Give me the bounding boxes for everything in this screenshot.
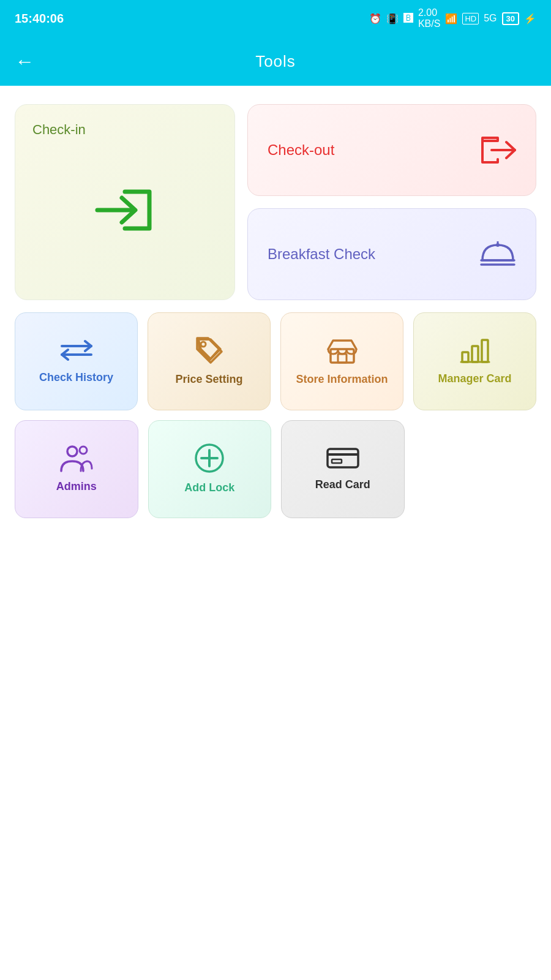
vibrate-icon: 📳: [386, 13, 399, 24]
time-display: 15:40:06: [15, 12, 64, 26]
admins-card[interactable]: Admins: [15, 420, 138, 518]
check-history-label: Check History: [39, 371, 113, 385]
signal-icon: 5G: [484, 13, 497, 24]
status-bar: 15:40:06 ⏰ 📳 🅱 2.00KB/S 📶 HD 5G 30 ⚡: [0, 0, 551, 37]
svg-rect-11: [462, 352, 468, 362]
svg-rect-10: [338, 354, 347, 363]
page-title: Tools: [255, 52, 296, 71]
back-button[interactable]: ←: [15, 50, 34, 73]
grid-row-2: Admins Add Lock Read Card: [15, 420, 536, 518]
checkout-icon: [479, 135, 516, 165]
add-lock-card[interactable]: Add Lock: [148, 420, 272, 518]
read-card-label: Read Card: [315, 478, 370, 492]
breakfast-check-card[interactable]: Breakfast Check: [247, 208, 536, 300]
read-card-card[interactable]: Read Card: [281, 420, 405, 518]
svg-rect-22: [332, 459, 342, 463]
checkout-card[interactable]: Check-out: [247, 104, 536, 196]
checkout-label: Check-out: [268, 141, 334, 159]
checkin-label: Check-in: [32, 122, 217, 138]
right-column: Check-out Breakfast Check: [247, 104, 536, 300]
manager-card-icon: [460, 336, 490, 364]
svg-rect-9: [331, 349, 354, 363]
svg-point-8: [201, 342, 206, 347]
manager-card-label: Manager Card: [438, 372, 511, 386]
admins-icon: [60, 444, 93, 472]
svg-rect-12: [472, 346, 478, 362]
battery-icon: 30: [502, 13, 519, 24]
add-lock-icon: [194, 443, 225, 473]
charging-icon: ⚡: [524, 13, 536, 24]
breakfast-icon: [479, 239, 516, 270]
empty-slot: [414, 420, 537, 518]
check-history-card[interactable]: Check History: [15, 312, 138, 410]
wifi-icon: 📶: [445, 13, 457, 24]
price-setting-card[interactable]: Price Setting: [148, 312, 271, 410]
checkin-icon-area: [32, 138, 217, 282]
store-info-icon: [327, 336, 358, 365]
checkin-card[interactable]: Check-in: [15, 104, 235, 300]
checkin-icon: [91, 183, 159, 238]
status-icons: ⏰ 📳 🅱 2.00KB/S 📶 HD 5G 30 ⚡: [369, 7, 536, 29]
svg-point-16: [80, 447, 87, 454]
store-information-card[interactable]: Store Information: [280, 312, 403, 410]
content-area: Check-in Check-out: [0, 86, 551, 980]
check-history-icon: [61, 337, 92, 363]
app-header: ← Tools: [0, 37, 551, 86]
top-cards-row: Check-in Check-out: [15, 104, 536, 300]
price-setting-icon: [195, 336, 224, 365]
add-lock-label: Add Lock: [184, 481, 234, 495]
read-card-icon: [326, 446, 360, 470]
store-information-label: Store Information: [296, 372, 388, 386]
manager-card-card[interactable]: Manager Card: [413, 312, 536, 410]
grid-row-1: Check History Price Setting Store Infor: [15, 312, 536, 410]
hd-icon: HD: [462, 13, 479, 24]
svg-rect-13: [482, 340, 488, 362]
data-speed: 2.00KB/S: [418, 7, 440, 29]
clock-icon: ⏰: [369, 13, 381, 24]
price-setting-label: Price Setting: [175, 372, 242, 386]
bluetooth-icon: 🅱: [403, 13, 413, 24]
breakfast-label: Breakfast Check: [268, 246, 375, 263]
admins-label: Admins: [56, 480, 97, 494]
svg-point-15: [67, 447, 77, 456]
svg-rect-20: [328, 449, 358, 467]
